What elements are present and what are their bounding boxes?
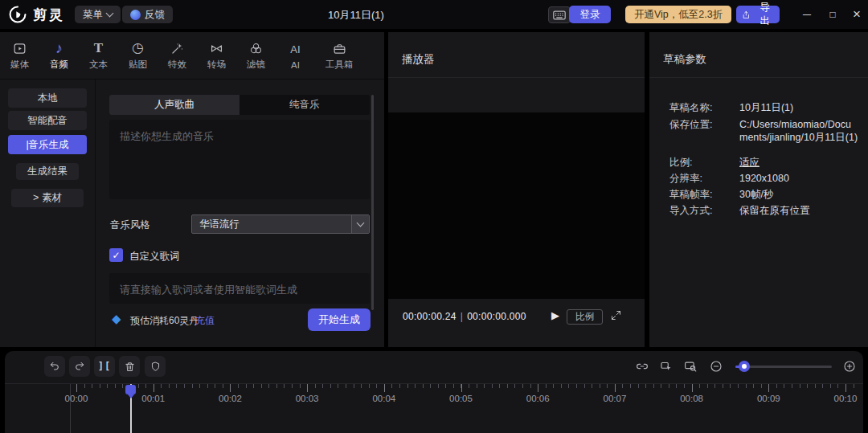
chevron-down-icon [106, 10, 114, 18]
ruler-major-tick [845, 384, 846, 392]
ruler-major-tick [307, 384, 308, 392]
timeline-ruler[interactable]: 00:0000:0100:0200:0300:0400:0500:0600:07… [5, 384, 863, 433]
ribbon-tab-text[interactable]: T 文本 [79, 35, 118, 76]
library-panel: 媒体 ♪ 音频 T 文本 ◷ 贴图 特效 [0, 32, 384, 347]
current-time: 00:00:00.24 [403, 311, 457, 322]
trash-icon [124, 361, 136, 373]
delete-button[interactable] [119, 356, 140, 377]
ruler-time-label: 00:01 [141, 394, 165, 403]
ruler-major-tick [76, 384, 77, 392]
zoom-in-button[interactable] [842, 359, 857, 374]
snap-button[interactable] [659, 359, 674, 374]
close-button[interactable]: × [849, 6, 865, 22]
ruler-major-tick [154, 384, 154, 392]
undo-button[interactable] [44, 356, 65, 377]
menu-button[interactable]: 菜单 [75, 6, 121, 23]
playhead[interactable] [125, 385, 136, 394]
param-value: 保留在原有位置 [739, 205, 858, 218]
play-icon: ▶ [551, 309, 559, 321]
param-row-aspect-ratio: 比例: 适应 [669, 157, 858, 170]
tab-instrumental[interactable]: 纯音乐 [240, 95, 370, 115]
music-note-icon: ♪ [55, 40, 63, 56]
music-style-select[interactable]: 华语流行 [191, 214, 370, 234]
ruler-time-label: 00:06 [526, 394, 550, 403]
play-button[interactable]: ▶ [547, 308, 564, 322]
zoom-out-button[interactable] [709, 359, 723, 374]
shield-button[interactable] [145, 356, 166, 377]
ruler-time-label: 00:00 [65, 394, 88, 403]
redo-button[interactable] [69, 356, 90, 377]
shortcut-keyboard-button[interactable] [548, 6, 571, 23]
panel-scrollbar[interactable] [371, 95, 374, 310]
sidebar-item-generation-results[interactable]: 生成结果 [16, 163, 79, 180]
ruler-time-label: 00:08 [680, 394, 703, 403]
feedback-button[interactable]: 反馈 [122, 6, 173, 23]
param-value: 30帧/秒 [739, 189, 858, 202]
timeline-zoom-slider-knob[interactable] [739, 361, 750, 372]
ribbon-divider [0, 79, 384, 80]
timeline-panel: ][ [5, 351, 863, 433]
ai-icon: AI [290, 42, 300, 58]
sticker-icon: ◷ [132, 40, 144, 56]
snap-icon [659, 359, 674, 374]
sidebar-item-local[interactable]: 本地 [8, 88, 87, 108]
ribbon-tab-sticker[interactable]: ◷ 贴图 [118, 35, 158, 76]
sidebar-item-music-generation[interactable]: |音乐生成 [8, 135, 87, 154]
ribbon-tab-effects[interactable]: 特效 [158, 35, 197, 76]
ruler-time-label: 00:04 [372, 394, 395, 403]
shield-icon [149, 361, 162, 373]
param-row-framerate: 草稿帧率: 30帧/秒 [669, 189, 858, 202]
param-row-draft-name: 草稿名称: 10月11日(1) [669, 102, 858, 115]
tab-vocal-song[interactable]: 人声歌曲 [109, 95, 240, 115]
music-style-label: 音乐风格 [110, 219, 150, 232]
export-label: 导出 [755, 1, 775, 28]
recharge-link[interactable]: 充值 [195, 314, 215, 328]
ruler-time-label: 00:03 [296, 394, 319, 403]
ruler-time-label: 00:10 [834, 394, 858, 403]
ribbon-tab-ai[interactable]: AI AI [276, 35, 315, 76]
fullscreen-button[interactable] [610, 309, 622, 321]
total-time: 00:00:00.000 [467, 311, 526, 322]
redo-icon [73, 360, 86, 373]
link-icon [635, 359, 649, 374]
param-row-save-location: 保存位置: C:/Users/miaomiao/Documents/jianli… [669, 119, 858, 144]
music-type-tabs: 人声歌曲 纯音乐 [109, 95, 370, 115]
text-tool-icon: T [94, 40, 103, 56]
lyrics-input[interactable] [109, 273, 370, 304]
draft-params-title: 草稿参数 [663, 52, 706, 67]
gem-diamond-icon: ◆ [112, 312, 121, 326]
link-clips-button[interactable] [635, 359, 649, 374]
music-description-input[interactable] [109, 120, 370, 199]
feedback-icon [130, 10, 141, 20]
ribbon-tab-media[interactable]: 媒体 [0, 35, 39, 76]
video-preview-area [388, 112, 645, 299]
ribbon-tab-transition[interactable]: 转场 [197, 35, 236, 76]
ruler-time-label: 00:07 [604, 394, 627, 403]
checkmark-icon: ✓ [112, 250, 120, 261]
minimize-button[interactable]: ─ [799, 6, 815, 22]
ruler-time-label: 00:09 [757, 394, 780, 403]
ribbon-tab-toolbox[interactable]: 工具箱 [315, 35, 363, 76]
aspect-ratio-button[interactable]: 比例 [567, 309, 603, 325]
generate-button[interactable]: 开始生成 [308, 308, 371, 331]
ruler-major-tick [384, 384, 385, 392]
export-icon [741, 10, 751, 20]
login-button[interactable]: 登录 [569, 6, 611, 23]
document-title[interactable]: 10月11日(1) [328, 8, 384, 22]
maximize-button[interactable]: □ [825, 6, 841, 22]
sidebar-item-assets[interactable]: > 素材 [11, 189, 84, 207]
export-button[interactable]: 导出 [736, 6, 780, 23]
transition-bowtie-icon [209, 40, 224, 56]
param-value-aspect-link[interactable]: 适应 [739, 157, 858, 170]
param-value: C:/Users/miaomiao/Documents/jianling/10月… [739, 119, 858, 144]
split-button[interactable]: ][ [94, 356, 115, 377]
sidebar-item-smart-voiceover[interactable]: 智能配音 [8, 111, 87, 130]
preview-axis-button[interactable] [683, 359, 698, 374]
ribbon-tab-filter[interactable]: 滤镜 [236, 35, 276, 76]
timecode-display: 00:00:00.24|00:00:00.000 [403, 311, 526, 322]
custom-lyrics-checkbox[interactable]: ✓ [109, 248, 123, 262]
music-style-value: 华语流行 [192, 218, 351, 231]
vip-button[interactable]: 开通Vip，低至2.3折 [625, 6, 731, 23]
ribbon-tab-audio[interactable]: ♪ 音频 [39, 35, 79, 76]
timeline-zoom-slider[interactable] [735, 366, 832, 368]
